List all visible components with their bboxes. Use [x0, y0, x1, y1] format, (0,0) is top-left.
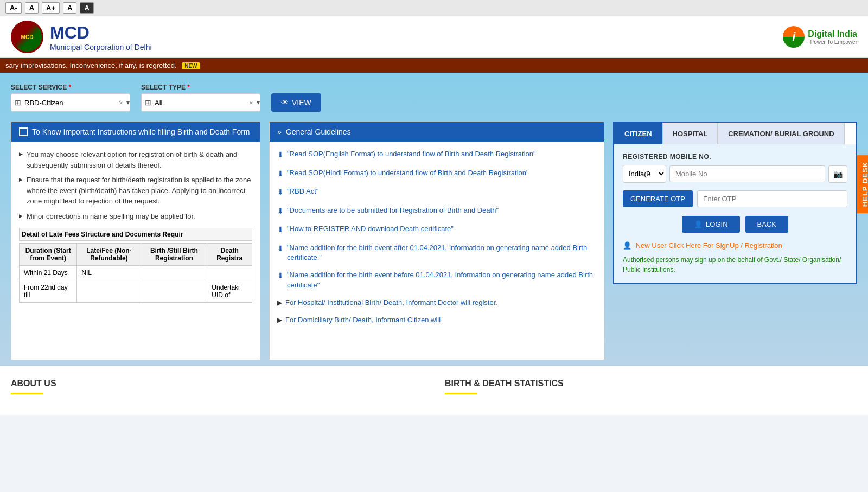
guide-bullet-0: ▶ For Hospital/ Institutional Birth/ Dea… [277, 298, 596, 308]
user-orange-icon: 👤 [623, 241, 631, 250]
download-icon: ⬇ [277, 244, 284, 254]
bullet-item: Ensure that the request for birth/death … [19, 175, 252, 207]
download-icon: ⬇ [277, 150, 284, 161]
table-caption: Detail of Late Fees Structure and Docume… [19, 228, 252, 241]
cell-duration: From 22nd day till [20, 280, 77, 303]
phone-row: India(9 📷 [623, 165, 847, 183]
fees-table: Detail of Late Fees Structure and Docume… [19, 228, 252, 303]
about-underline [11, 393, 43, 394]
org-name-block: MCD Municipal Corporation of Delhi [50, 23, 152, 52]
theme-white-btn[interactable]: A [63, 2, 76, 14]
marquee-text: sary improvisations. Inconvenience, if a… [5, 61, 177, 69]
main-columns: To Know Important Instructions while fil… [11, 122, 857, 360]
select-type-input[interactable] [155, 99, 246, 107]
service-row: SELECT SERVICE * ⊞ × ▾ SELECT TYPE * ⊞ ×… [11, 84, 857, 112]
guide-link-0[interactable]: ⬇ "Read SOP(English Format) to understan… [277, 149, 596, 161]
mid-panel: » General Guidelines ⬇ "Read SOP(English… [269, 122, 604, 360]
right-panel-body: REGISTERED MOBILE NO. India(9 📷 GENERATE… [614, 144, 856, 283]
mcd-logo: MCD [11, 21, 43, 53]
col-fee: Late/Fee (Non-Refundable) [77, 244, 141, 266]
download-icon: ⬇ [277, 169, 284, 180]
digital-india-logo: i Digital India Power To Empower [783, 26, 857, 48]
font-decrease-btn[interactable]: A- [5, 2, 22, 14]
table-row: From 22nd day till Undertaki UID of [20, 280, 252, 303]
about-us-title: ABOUT US [11, 379, 423, 388]
col-death: Death Registra [207, 244, 252, 266]
col-duration: Duration (Start from Event) [20, 244, 77, 266]
cell-fee: NIL [77, 266, 141, 280]
blue-section: SELECT SERVICE * ⊞ × ▾ SELECT TYPE * ⊞ ×… [0, 73, 868, 366]
login-button[interactable]: 👤 LOGIN [682, 216, 739, 233]
cell-death [207, 266, 252, 280]
mobile-label: REGISTERED MOBILE NO. [623, 153, 847, 161]
tab-hospital[interactable]: HOSPITAL [662, 123, 718, 144]
download-icon: ⬇ [277, 187, 284, 198]
auth-note: Authorised persons may sign up on the be… [623, 255, 847, 274]
marquee-bar: sary improvisations. Inconvenience, if a… [0, 58, 868, 73]
view-button[interactable]: 👁 VIEW [271, 93, 321, 112]
guide-link-2[interactable]: ⬇ "RBD Act" [277, 187, 596, 198]
theme-dark-btn[interactable]: A [80, 2, 93, 14]
select-type-input-wrap[interactable]: ⊞ × ▾ [141, 93, 260, 112]
select-service-group: SELECT SERVICE * ⊞ × ▾ [11, 84, 130, 112]
guide-link-1[interactable]: ⬇ "Read SOP(Hindi Format) to understand … [277, 168, 596, 180]
download-icon: ⬇ [277, 206, 284, 217]
bullet-item: Minor corrections in name spelling may b… [19, 211, 252, 222]
tab-citizen[interactable]: CITIZEN [614, 123, 662, 144]
checkbox-icon [19, 127, 28, 136]
left-panel-body: You may choose relevant option for regis… [11, 142, 260, 310]
download-icon: ⬇ [277, 271, 284, 282]
guide-link-5[interactable]: ⬇ "Name addition for the birth event aft… [277, 243, 596, 263]
clear-type-icon[interactable]: × [249, 99, 253, 107]
download-icon: ⬇ [277, 225, 284, 235]
otp-input[interactable] [697, 190, 847, 207]
site-header: MCD MCD Municipal Corporation of Delhi i… [0, 16, 868, 58]
back-button[interactable]: BACK [745, 216, 788, 233]
grid-icon-type: ⊞ [145, 98, 151, 107]
generate-otp-button[interactable]: GENERATE OTP [623, 190, 693, 207]
country-code-select[interactable]: India(9 [623, 165, 666, 183]
font-increase-btn[interactable]: A+ [42, 2, 60, 14]
mid-panel-body: ⬇ "Read SOP(English Format) to understan… [270, 142, 604, 340]
select-service-input[interactable] [24, 99, 116, 107]
mid-panel-header: » General Guidelines [270, 122, 604, 142]
left-panel: To Know Important Instructions while fil… [11, 122, 260, 360]
cell-death: Undertaki UID of [207, 280, 252, 303]
guide-link-4[interactable]: ⬇ "How to REGISTER AND download Death ce… [277, 224, 596, 235]
dropdown-arrow-type[interactable]: ▾ [257, 99, 260, 106]
about-us-col: ABOUT US [11, 379, 423, 402]
cell-birth [141, 266, 207, 280]
left-panel-header: To Know Important Instructions while fil… [11, 122, 260, 142]
stats-title: BIRTH & DEATH STATISTICS [445, 379, 857, 388]
required-mark: * [68, 84, 71, 91]
font-normal-btn[interactable]: A [25, 2, 39, 14]
dropdown-arrow-service[interactable]: ▾ [126, 99, 130, 106]
arrow-icon: » [277, 127, 282, 136]
di-sub-label: Power To Empower [808, 39, 857, 45]
bullet-item: You may choose relevant option for regis… [19, 149, 252, 170]
user-icon: 👤 [694, 220, 703, 228]
required-mark-type: * [187, 84, 190, 91]
select-service-label: SELECT SERVICE * [11, 84, 130, 91]
guide-link-3[interactable]: ⬇ "Documents are to be submitted for Reg… [277, 206, 596, 217]
org-name: MCD [50, 23, 152, 43]
tab-cremation[interactable]: CREMATION/ BURIAL GROUND [718, 123, 844, 144]
mobile-input[interactable] [669, 165, 825, 182]
guide-link-6[interactable]: ⬇ "Name addition for the birth event bef… [277, 270, 596, 290]
action-row: 👤 LOGIN BACK [623, 216, 847, 233]
table-row: Within 21 Days NIL [20, 266, 252, 280]
stats-col: BIRTH & DEATH STATISTICS [445, 379, 857, 402]
signup-link[interactable]: 👤 New User Click Here For SignUp / Regis… [623, 241, 847, 250]
select-service-input-wrap[interactable]: ⊞ × ▾ [11, 93, 130, 112]
bottom-section: ABOUT US BIRTH & DEATH STATISTICS [0, 366, 868, 415]
camera-button[interactable]: 📷 [828, 165, 847, 183]
select-type-label: SELECT TYPE * [141, 84, 260, 91]
bullet-arrow: ▶ [277, 298, 282, 308]
col-birth: Birth /Still Birth Registration [141, 244, 207, 266]
help-desk-tab[interactable]: HELP DESK [857, 155, 868, 213]
bullet-arrow: ▶ [277, 316, 282, 325]
guide-bullet-1: ▶ For Domiciliary Birth/ Death, Informan… [277, 315, 596, 325]
clear-service-icon[interactable]: × [119, 99, 123, 107]
cell-duration: Within 21 Days [20, 266, 77, 280]
otp-row: GENERATE OTP [623, 190, 847, 207]
